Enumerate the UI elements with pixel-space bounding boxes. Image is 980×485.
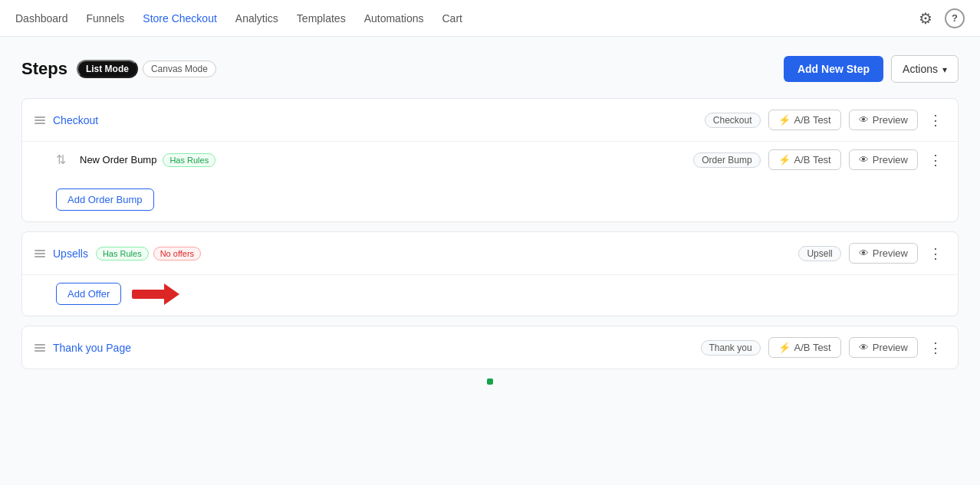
upsells-more-button[interactable]: ⋮	[926, 245, 945, 262]
add-new-step-button[interactable]: Add New Step	[784, 56, 883, 82]
actions-chevron-icon	[942, 63, 947, 75]
settings-icon[interactable]: ⚙	[919, 9, 932, 28]
nav-analytics[interactable]: Analytics	[235, 12, 278, 25]
checkout-sub-row: ⇅ New Order Bump Has Rules Order Bump ⚡ …	[22, 141, 958, 181]
thankyou-drag-handle[interactable]	[35, 344, 45, 352]
thankyou-preview-icon: 👁	[859, 342, 869, 353]
order-bump-sort-icon: ⇅	[56, 152, 66, 167]
thankyou-preview-label: Preview	[873, 342, 908, 353]
order-bump-ab-icon: ⚡	[778, 154, 791, 165]
order-bump-more-button[interactable]: ⋮	[926, 152, 945, 169]
list-mode-button[interactable]: List Mode	[77, 60, 138, 78]
thankyou-row-right: Thank you ⚡ A/B Test 👁 Preview ⋮	[701, 337, 945, 358]
upsells-preview-button[interactable]: 👁 Preview	[849, 243, 918, 264]
ab-test-icon: ⚡	[778, 114, 791, 126]
upsells-step-name[interactable]: Upsells	[53, 247, 88, 260]
red-arrow-indicator	[132, 283, 179, 305]
nav-dashboard[interactable]: Dashboard	[15, 12, 68, 25]
checkout-row: Checkout Checkout ⚡ A/B Test 👁 Preview ⋮	[22, 99, 958, 141]
order-bump-ab-test-button[interactable]: ⚡ A/B Test	[768, 149, 841, 170]
thankyou-row: Thank you Page Thank you ⚡ A/B Test 👁 Pr…	[22, 326, 958, 369]
nav-actions: ⚙ ?	[919, 8, 965, 28]
order-bump-preview-icon: 👁	[859, 154, 869, 165]
upsells-row-right: Upsell 👁 Preview ⋮	[798, 243, 945, 264]
nav-cart[interactable]: Cart	[442, 12, 462, 25]
upsells-tag: Upsell	[798, 246, 840, 261]
main-nav: Dashboard Funnels Store Checkout Analyti…	[0, 0, 980, 37]
steps-header: Steps List Mode Canvas Mode Add New Step…	[21, 55, 959, 83]
nav-funnels[interactable]: Funnels	[87, 12, 125, 25]
help-icon[interactable]: ?	[945, 8, 965, 28]
checkout-card: Checkout Checkout ⚡ A/B Test 👁 Preview ⋮…	[21, 98, 959, 222]
upsells-hasrules-badge: Has Rules	[96, 247, 149, 261]
thankyou-ab-label: A/B Test	[794, 342, 831, 353]
add-offer-button[interactable]: Add Offer	[56, 283, 121, 305]
nav-templates[interactable]: Templates	[297, 12, 346, 25]
upsells-preview-icon: 👁	[859, 247, 869, 259]
actions-label: Actions	[903, 63, 938, 75]
page-title: Steps	[21, 59, 67, 79]
thankyou-step-name[interactable]: Thank you Page	[53, 342, 131, 354]
ab-test-label: A/B Test	[794, 114, 831, 126]
green-status-dot	[487, 378, 493, 385]
add-order-bump-section: Add Order Bump	[22, 181, 958, 221]
thankyou-ab-icon: ⚡	[778, 342, 791, 353]
preview-label: Preview	[873, 114, 908, 126]
order-bump-row-right: Order Bump ⚡ A/B Test 👁 Preview ⋮	[693, 149, 945, 170]
checkout-drag-handle[interactable]	[35, 116, 45, 124]
checkout-preview-button[interactable]: 👁 Preview	[849, 110, 918, 130]
nav-automations[interactable]: Automations	[364, 12, 424, 25]
arrow-body	[132, 290, 164, 299]
upsells-nooffers-badge: No offers	[153, 247, 201, 261]
order-bump-tag: Order Bump	[693, 152, 760, 168]
main-content: Steps List Mode Canvas Mode Add New Step…	[0, 37, 980, 485]
actions-button[interactable]: Actions	[891, 55, 959, 83]
canvas-mode-button[interactable]: Canvas Mode	[143, 61, 216, 77]
upsells-preview-label: Preview	[873, 247, 908, 259]
thankyou-ab-test-button[interactable]: ⚡ A/B Test	[768, 337, 841, 358]
header-right: Add New Step Actions	[784, 55, 959, 83]
checkout-ab-test-button[interactable]: ⚡ A/B Test	[768, 110, 841, 130]
order-bump-hasrules-badge: Has Rules	[163, 153, 215, 167]
upsells-drag-handle[interactable]	[35, 250, 45, 257]
checkout-step-name[interactable]: Checkout	[53, 114, 98, 126]
green-dot-indicator	[21, 378, 959, 385]
thankyou-preview-button[interactable]: 👁 Preview	[849, 337, 918, 358]
thankyou-tag: Thank you	[701, 340, 761, 356]
preview-icon: 👁	[859, 114, 869, 126]
checkout-more-button[interactable]: ⋮	[926, 112, 945, 129]
arrow-head	[164, 283, 179, 305]
upsells-card: Upsells Has Rules No offers Upsell 👁 Pre…	[21, 231, 959, 316]
order-bump-preview-label: Preview	[873, 154, 908, 165]
upsells-row: Upsells Has Rules No offers Upsell 👁 Pre…	[22, 232, 958, 274]
thankyou-card: Thank you Page Thank you ⚡ A/B Test 👁 Pr…	[21, 326, 959, 369]
thankyou-more-button[interactable]: ⋮	[926, 339, 945, 356]
checkout-row-right: Checkout ⚡ A/B Test 👁 Preview ⋮	[705, 110, 945, 130]
order-bump-item: ⇅ New Order Bump Has Rules	[56, 152, 215, 167]
add-offer-section: Add Offer	[22, 274, 958, 316]
order-bump-ab-label: A/B Test	[794, 154, 831, 165]
add-order-bump-button[interactable]: Add Order Bump	[56, 188, 154, 211]
order-bump-name[interactable]: New Order Bump	[80, 154, 156, 165]
nav-store-checkout[interactable]: Store Checkout	[143, 12, 217, 25]
checkout-tag: Checkout	[705, 113, 761, 128]
order-bump-preview-button[interactable]: 👁 Preview	[849, 149, 918, 170]
